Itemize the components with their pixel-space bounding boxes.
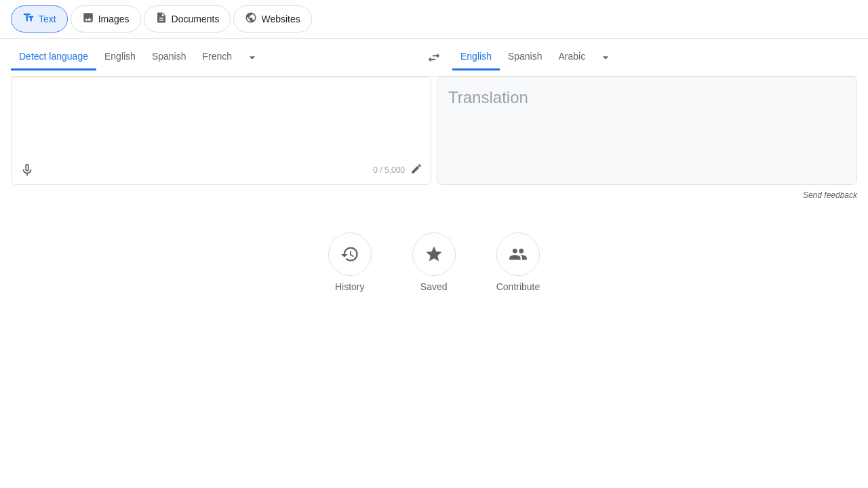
documents-icon — [155, 12, 167, 26]
saved-label: Saved — [420, 281, 448, 292]
target-panel: Translation — [437, 77, 857, 185]
target-lang-english[interactable]: English — [452, 44, 500, 70]
send-feedback-link[interactable]: Send feedback — [803, 190, 857, 200]
contribute-label: Contribute — [496, 281, 540, 292]
edit-button[interactable] — [410, 163, 422, 178]
contribute-icon-circle — [496, 232, 540, 276]
nav-websites-button[interactable]: Websites — [233, 5, 311, 33]
source-lang-english[interactable]: English — [96, 44, 144, 70]
history-action[interactable]: History — [328, 232, 372, 292]
top-nav: Text Images Documents Websites — [0, 0, 868, 39]
source-lang-spanish[interactable]: Spanish — [144, 44, 195, 70]
websites-icon — [245, 12, 257, 26]
source-languages: Detect language English Spanish French — [11, 44, 416, 70]
source-lang-more-button[interactable] — [240, 45, 264, 70]
char-count: 0 / 5,000 — [373, 165, 405, 175]
translation-placeholder: Translation — [448, 88, 528, 106]
history-label: History — [335, 281, 365, 292]
source-panel: 0 / 5,000 — [11, 77, 431, 185]
bottom-actions: History Saved Contribute — [11, 205, 857, 306]
swap-languages-button[interactable] — [416, 45, 452, 70]
nav-websites-label: Websites — [261, 14, 300, 24]
target-lang-arabic[interactable]: Arabic — [551, 44, 594, 70]
language-row: Detect language English Spanish French E… — [11, 39, 857, 77]
target-lang-spanish[interactable]: Spanish — [500, 44, 551, 70]
nav-images-button[interactable]: Images — [71, 5, 141, 33]
contribute-action[interactable]: Contribute — [496, 232, 540, 292]
nav-text-label: Text — [39, 14, 56, 24]
nav-text-button[interactable]: Text — [11, 5, 68, 33]
target-languages: English Spanish Arabic — [452, 44, 857, 70]
history-icon-circle — [328, 232, 372, 276]
nav-images-label: Images — [98, 14, 130, 24]
nav-documents-label: Documents — [172, 14, 220, 24]
feedback-row: Send feedback — [11, 185, 857, 205]
target-lang-more-button[interactable] — [593, 45, 618, 70]
main-content: Detect language English Spanish French E… — [0, 39, 868, 306]
source-textarea[interactable] — [22, 88, 420, 149]
source-panel-footer: 0 / 5,000 — [20, 163, 422, 178]
saved-icon-circle — [412, 232, 456, 276]
microphone-button[interactable] — [20, 163, 35, 178]
saved-action[interactable]: Saved — [412, 232, 456, 292]
images-icon — [82, 12, 94, 26]
translation-panels: 0 / 5,000 Translation — [11, 77, 857, 185]
source-lang-french[interactable]: French — [194, 44, 240, 70]
text-icon — [22, 12, 35, 26]
source-lang-detect[interactable]: Detect language — [11, 44, 96, 70]
nav-documents-button[interactable]: Documents — [144, 5, 231, 33]
